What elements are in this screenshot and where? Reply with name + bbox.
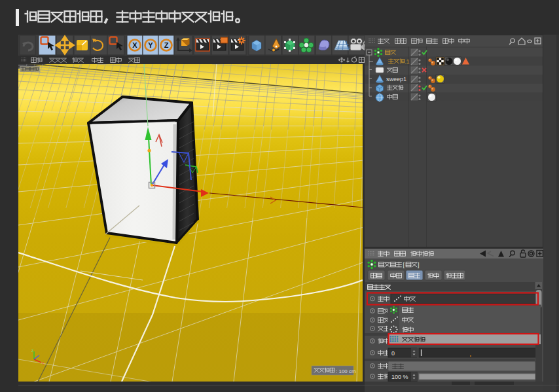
svg-text:]: ] [418, 262, 420, 268]
svg-text:100 %: 100 % [391, 374, 408, 380]
svg-text:.1: .1 [405, 58, 410, 65]
svg-text:: 100 cm: : 100 cm [336, 368, 356, 374]
svg-text:Y: Y [148, 41, 153, 49]
svg-text:0: 0 [391, 350, 395, 357]
svg-text:X: X [132, 41, 137, 49]
svg-text:z: z [31, 348, 33, 353]
svg-text:Z: Z [164, 41, 169, 49]
svg-text:sweep1: sweep1 [386, 76, 406, 82]
